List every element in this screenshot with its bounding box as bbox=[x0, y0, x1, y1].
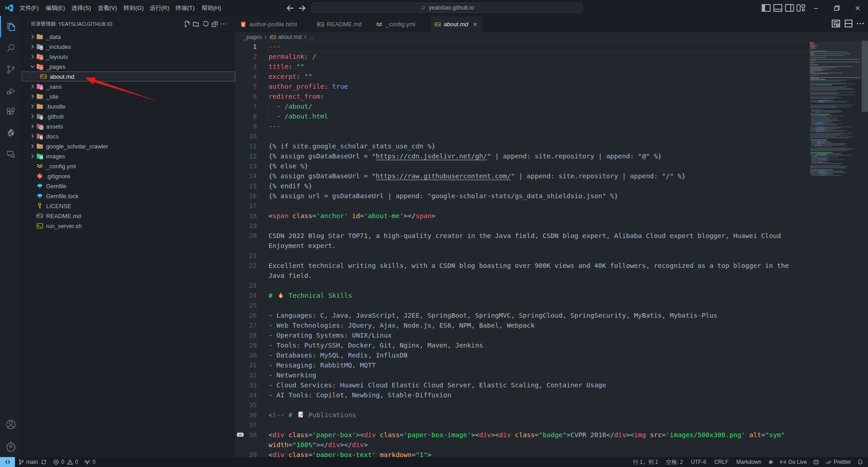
tree-item-images[interactable]: images bbox=[22, 151, 235, 161]
tab-about.md[interactable]: about.md bbox=[430, 16, 483, 32]
activitybar-comments[interactable] bbox=[0, 143, 22, 165]
chevron-right-icon[interactable] bbox=[29, 152, 36, 160]
tree-item-run_server.sh[interactable]: run_server.sh bbox=[22, 221, 235, 231]
activitybar-accounts[interactable] bbox=[0, 414, 22, 435]
minimize-icon[interactable] bbox=[806, 0, 826, 16]
menu-go[interactable]: (G) bbox=[119, 0, 148, 16]
status-go-live[interactable]: Go Live bbox=[777, 457, 810, 467]
chevron-right-icon[interactable] bbox=[29, 113, 36, 120]
new-folder-icon[interactable] bbox=[192, 19, 201, 29]
status-encoding[interactable]: UTF-8 bbox=[686, 457, 710, 467]
scrollbar-thumb[interactable] bbox=[862, 41, 868, 112]
chevron-right-icon[interactable] bbox=[29, 123, 36, 130]
tree-item-LICENSE[interactable]: LICENSE bbox=[22, 201, 235, 211]
history-forward-icon[interactable] bbox=[297, 3, 307, 13]
tree-item-docs[interactable]: docs bbox=[22, 131, 235, 141]
menu-file[interactable]: (F) bbox=[15, 0, 43, 16]
menu-help[interactable]: (H) bbox=[198, 0, 226, 16]
ellipsis-icon[interactable] bbox=[855, 19, 865, 29]
tree-item-about.md[interactable]: about.md bbox=[22, 71, 235, 81]
breadcrumb-item[interactable]: ... bbox=[309, 34, 313, 40]
chevron-right-icon[interactable] bbox=[29, 93, 36, 100]
status-language-mode[interactable]: Markdown bbox=[731, 457, 764, 467]
collapse-all-icon[interactable] bbox=[210, 19, 219, 29]
tree-item-Gemfile.lock[interactable]: Gemfile.lock bbox=[22, 191, 235, 201]
tree-item-.github[interactable]: .github bbox=[22, 111, 235, 121]
tree-item-_config.yml[interactable]: _config.yml bbox=[22, 161, 235, 171]
menu-edit[interactable]: (E) bbox=[42, 0, 69, 16]
status-indentation[interactable]: : 2 bbox=[661, 457, 686, 467]
code-row: 32- Networking bbox=[235, 370, 809, 380]
tree-item-Gemfile[interactable]: Gemfile bbox=[22, 181, 235, 191]
history-back-icon[interactable] bbox=[285, 3, 295, 13]
status-lingma[interactable] bbox=[764, 457, 777, 467]
status-branch[interactable]: main bbox=[15, 457, 50, 467]
tree-item-README.md[interactable]: README.md bbox=[22, 211, 235, 221]
menu-view[interactable]: (V) bbox=[94, 0, 121, 16]
tab-author-profile.html[interactable]: author-profile.html bbox=[235, 16, 312, 32]
restore-icon[interactable] bbox=[826, 0, 847, 16]
tab-_config.yml[interactable]: _config.yml bbox=[371, 16, 430, 32]
breadcrumb-item[interactable]: about.md bbox=[278, 34, 302, 40]
chevron-right-icon[interactable] bbox=[29, 133, 36, 140]
tree-item-assets[interactable]: assets bbox=[22, 121, 235, 131]
menu-selection[interactable]: (S) bbox=[67, 0, 95, 16]
command-center-search[interactable]: yeatsliao.github.io bbox=[311, 3, 583, 13]
breadcrumb[interactable]: _pagesabout.md... bbox=[235, 32, 817, 42]
layout-sidebar-icon[interactable] bbox=[761, 3, 771, 13]
chevron-right-icon[interactable] bbox=[29, 143, 36, 150]
breadcrumb-item[interactable]: _pages bbox=[243, 34, 262, 40]
tree-item-_sass[interactable]: _sass bbox=[22, 81, 235, 91]
tree-item-_pages[interactable]: _pages bbox=[22, 62, 235, 71]
status-eol[interactable]: CRLF bbox=[709, 457, 731, 467]
vscode-logo-icon[interactable] bbox=[5, 4, 14, 12]
tab-label: author-profile.html bbox=[250, 21, 297, 28]
refresh-icon[interactable] bbox=[201, 19, 210, 29]
close-icon[interactable] bbox=[847, 0, 868, 16]
tree-item-.bundle[interactable]: .bundle bbox=[22, 101, 235, 111]
activitybar-search[interactable] bbox=[0, 37, 22, 58]
layout-secondary-icon[interactable] bbox=[784, 3, 795, 13]
minimap[interactable] bbox=[809, 42, 861, 457]
menu-terminal[interactable]: (T) bbox=[171, 0, 199, 16]
status-browser-ext[interactable] bbox=[810, 457, 823, 467]
status-prettier[interactable]: Prettier bbox=[822, 457, 854, 467]
layout-customize-icon[interactable] bbox=[796, 3, 806, 13]
new-file-icon[interactable] bbox=[183, 19, 192, 29]
tree-item-_data[interactable]: _data bbox=[22, 32, 235, 42]
tab-README.md[interactable]: README.md bbox=[312, 16, 371, 32]
split-editor-icon[interactable] bbox=[844, 19, 854, 29]
tree-item-_includes[interactable]: _includes bbox=[22, 42, 235, 52]
activitybar-run-debug[interactable] bbox=[0, 80, 22, 101]
chevron-right-icon[interactable] bbox=[29, 103, 36, 110]
tree-item-.gitignore[interactable]: .gitignore bbox=[22, 171, 235, 181]
chevron-right-icon[interactable] bbox=[29, 33, 36, 40]
minimap-slider[interactable] bbox=[809, 42, 861, 80]
activitybar-source-control[interactable] bbox=[0, 58, 22, 80]
activitybar-settings[interactable] bbox=[0, 435, 22, 457]
gem-icon bbox=[36, 192, 43, 200]
status-problems[interactable]: 00 bbox=[50, 457, 81, 467]
status-cursor-position[interactable]: 1 1 bbox=[628, 457, 661, 467]
activitybar-explorer[interactable] bbox=[0, 16, 22, 37]
menu-run[interactable]: (R) bbox=[146, 0, 174, 16]
chevron-down-icon[interactable] bbox=[29, 63, 36, 70]
tab-close-icon[interactable] bbox=[472, 21, 478, 28]
ellipsis-icon[interactable] bbox=[219, 19, 228, 29]
chevron-right-icon[interactable] bbox=[29, 53, 36, 60]
activitybar-extensions[interactable] bbox=[0, 101, 22, 122]
code-editor[interactable]: 1---2permalink: /3title: ""4excerpt: ""5… bbox=[235, 42, 868, 457]
chevron-right-icon[interactable] bbox=[29, 83, 36, 90]
status-notifications[interactable] bbox=[854, 457, 867, 467]
activitybar-lingma[interactable] bbox=[0, 122, 22, 143]
tree-item-_site[interactable]: _site bbox=[22, 91, 235, 101]
editor-scrollbar[interactable] bbox=[862, 41, 868, 457]
markdown-gray-icon bbox=[36, 212, 43, 219]
chevron-right-icon[interactable] bbox=[29, 43, 36, 50]
status-ports[interactable]: 0 bbox=[81, 457, 99, 467]
layout-panel-icon[interactable] bbox=[773, 3, 783, 13]
tree-item-_layouts[interactable]: _layouts bbox=[22, 52, 235, 62]
preview-icon[interactable] bbox=[831, 19, 841, 29]
status-remote[interactable] bbox=[0, 457, 15, 467]
tree-item-google_scholar_crawler[interactable]: google_scholar_crawler bbox=[22, 141, 235, 151]
